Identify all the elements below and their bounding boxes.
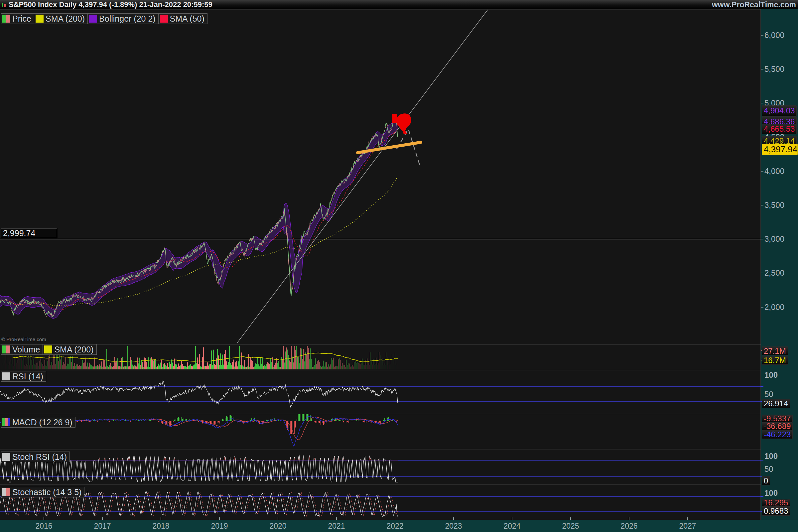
indicator-scale-label: 50 xyxy=(764,390,773,399)
chart-title: S&P500 Index Daily 4,397.94 (-1.89%) 21-… xyxy=(8,0,212,9)
scale-value-label: 16.7M xyxy=(762,356,788,365)
scale-value-label: 4,665.53 xyxy=(762,124,797,134)
legend-price-item[interactable]: Price xyxy=(1,13,34,24)
legend-label: Bollinger (20 2) xyxy=(99,14,156,24)
axis-tick xyxy=(761,386,763,387)
indicator-scale-label: 100 xyxy=(764,452,778,461)
legend-color-icon xyxy=(2,373,10,380)
legend-price-item[interactable]: SMA (50) xyxy=(158,13,208,24)
legend-color-icon xyxy=(2,345,10,354)
x-axis-year-label: 2021 xyxy=(328,522,345,531)
candlestick-icon xyxy=(1,1,7,8)
axis-tick xyxy=(761,171,763,172)
title-bar: S&P500 Index Daily 4,397.94 (-1.89%) 21-… xyxy=(0,0,798,9)
legend-price-item[interactable]: SMA (200) xyxy=(34,13,88,24)
axis-tick xyxy=(761,307,763,307)
x-axis-year-label: 2027 xyxy=(679,522,696,531)
indicator-scale-label: 100 xyxy=(764,489,778,498)
axis-tick xyxy=(761,273,763,273)
legend-stochastic-item[interactable]: Stochastic (14 3 5) xyxy=(1,487,84,497)
legend-color-icon xyxy=(2,488,10,496)
y-axis-label: 4,000 xyxy=(764,167,784,176)
scale-value-label: 4,904.03 xyxy=(762,106,797,116)
y-axis-label: 3,000 xyxy=(764,234,784,244)
scale-value-label: -36.689 xyxy=(762,422,793,430)
y-axis-label: 2,000 xyxy=(764,303,784,312)
legend-label: Stochastic (14 3 5) xyxy=(12,488,81,497)
legend-label: Price xyxy=(12,14,31,24)
macd-panel-legend: MACD (12 26 9) xyxy=(1,417,75,428)
axis-tick xyxy=(761,460,763,460)
x-axis-year-label: 2017 xyxy=(94,522,111,531)
legend-volume-item[interactable]: Volume xyxy=(1,344,43,355)
volume-panel-legend: VolumeSMA (200) xyxy=(1,344,97,355)
legend-color-icon xyxy=(2,453,10,461)
website-link[interactable]: www.ProRealTime.com xyxy=(712,0,796,9)
legend-stochrsi-item[interactable]: Stoch RSI (14) xyxy=(1,452,70,462)
scale-value-label: 27.1M xyxy=(762,346,788,356)
legend-color-icon xyxy=(89,15,97,23)
x-axis-year-label: 2024 xyxy=(504,522,520,531)
x-axis-year-label: 2016 xyxy=(35,522,52,531)
legend-label: Stoch RSI (14) xyxy=(12,452,67,462)
legend-macd-item[interactable]: MACD (12 26 9) xyxy=(1,417,75,428)
x-axis-year-label: 2025 xyxy=(562,522,579,531)
stochastic-panel-legend: Stochastic (14 3 5) xyxy=(1,487,84,497)
axis-tick xyxy=(761,35,763,36)
y-axis-label: 5,500 xyxy=(764,64,784,74)
legend-label: Volume xyxy=(12,345,40,355)
scale-value-label: -46.223 xyxy=(762,430,793,439)
axis-tick xyxy=(761,496,763,497)
horizontal-line-label[interactable]: 2,999.74 xyxy=(1,228,57,238)
legend-label: RSI (14) xyxy=(12,372,43,381)
time-axis[interactable]: 2016201720182019202020212022202320242025… xyxy=(0,520,798,532)
axis-tick xyxy=(761,69,763,70)
y-axis-label: 6,000 xyxy=(764,31,784,40)
x-axis-year-label: 2018 xyxy=(152,522,169,531)
legend-label: SMA (200) xyxy=(45,14,85,24)
x-axis-year-label: 2019 xyxy=(211,522,228,531)
legend-color-icon xyxy=(160,15,168,23)
legend-color-icon xyxy=(44,345,52,354)
legend-color-icon xyxy=(2,418,10,426)
x-axis-year-label: 2023 xyxy=(445,522,462,531)
x-axis-year-label: 2026 xyxy=(621,522,638,531)
scale-value-label: 26.914 xyxy=(762,399,790,408)
legend-price-item[interactable]: Bollinger (20 2) xyxy=(88,13,158,24)
watermark: © ProRealTime.com xyxy=(1,337,46,342)
price-panel-legend: PriceSMA (200)Bollinger (20 2)SMA (50) xyxy=(1,13,208,24)
legend-label: MACD (12 26 9) xyxy=(12,418,73,427)
legend-color-icon xyxy=(2,15,10,23)
indicator-scale-label: 50 xyxy=(764,464,773,474)
legend-label: SMA (50) xyxy=(170,14,205,24)
rsi-panel-legend: RSI (14) xyxy=(1,371,46,382)
legend-label: SMA (200) xyxy=(54,345,93,355)
scale-value-label: 0.9683 xyxy=(762,506,790,516)
axis-tick xyxy=(761,239,763,240)
chart-canvas[interactable] xyxy=(0,0,798,532)
y-axis-label: 3,500 xyxy=(764,201,784,210)
axis-tick xyxy=(761,103,763,103)
scale-value-label: 16.295 xyxy=(762,499,790,507)
prorealtime-window: S&P500 Index Daily 4,397.94 (-1.89%) 21-… xyxy=(0,0,798,532)
y-axis-label: 2,500 xyxy=(764,268,784,278)
scale-value-label: 0 xyxy=(762,476,770,486)
current-price-label: 4,397.94 xyxy=(762,144,798,155)
x-axis-year-label: 2020 xyxy=(269,522,286,531)
price-axis[interactable]: 6,0005,5005,0004,5004,0003,5003,0002,500… xyxy=(761,9,798,532)
legend-color-icon xyxy=(36,15,43,23)
legend-volume-item[interactable]: SMA (200) xyxy=(43,344,96,355)
x-axis-year-label: 2022 xyxy=(386,522,403,531)
stochrsi-panel-legend: Stoch RSI (14) xyxy=(1,452,70,462)
indicator-scale-label: 100 xyxy=(764,370,778,380)
legend-rsi-item[interactable]: RSI (14) xyxy=(1,371,46,382)
axis-tick xyxy=(761,205,763,206)
